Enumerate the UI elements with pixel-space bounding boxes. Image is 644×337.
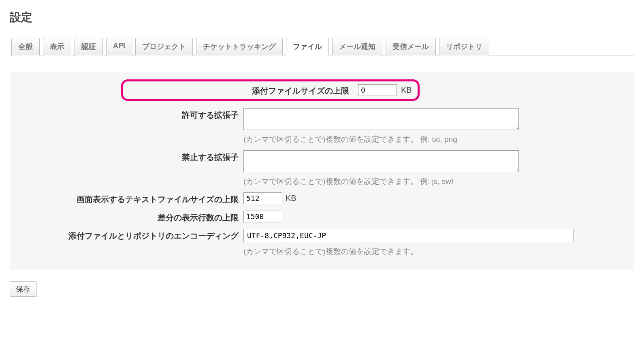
settings-form: 添付ファイルサイズの上限 KB 許可する拡張子 (カンマで区切ることで)複数の値…: [10, 72, 634, 270]
tab-api[interactable]: API: [106, 38, 132, 55]
denied-ext-hint: (カンマで区切ることで)複数の値を設定できます。 例: js, swf: [243, 176, 627, 187]
tab-display[interactable]: 表示: [43, 38, 71, 55]
max-diff-input[interactable]: [243, 211, 282, 222]
allowed-ext-input[interactable]: [243, 108, 519, 130]
page-title: 設定: [10, 10, 634, 25]
max-attachment-highlight: 添付ファイルサイズの上限 KB: [121, 79, 420, 101]
max-attachment-label: 添付ファイルサイズの上限: [127, 84, 354, 96]
max-attachment-unit: KB: [401, 85, 412, 95]
tab-incoming[interactable]: 受信メール: [386, 38, 436, 55]
max-inline-unit: KB: [286, 194, 296, 203]
tab-repository[interactable]: リポジトリ: [439, 38, 489, 55]
tabs: 全般 表示 認証 API プロジェクト チケットトラッキング ファイル メール通…: [10, 37, 634, 55]
denied-ext-input[interactable]: [243, 150, 519, 172]
tab-projects[interactable]: プロジェクト: [135, 38, 193, 55]
allowed-ext-hint: (カンマで区切ることで)複数の値を設定できます。 例: txt, png: [243, 134, 627, 145]
encodings-input[interactable]: [243, 229, 574, 242]
tab-files[interactable]: ファイル: [286, 38, 329, 55]
denied-ext-label: 禁止する拡張子: [17, 150, 243, 163]
tab-notifications[interactable]: メール通知: [332, 38, 382, 55]
max-inline-input[interactable]: [243, 192, 282, 204]
tab-auth[interactable]: 認証: [75, 38, 103, 55]
max-diff-label: 差分の表示行数の上限: [17, 211, 243, 223]
encodings-hint: (カンマで区切ることで)複数の値を設定できます。: [243, 246, 627, 257]
encodings-label: 添付ファイルとリポジトリのエンコーディング: [17, 229, 243, 241]
max-attachment-input[interactable]: [358, 84, 397, 96]
allowed-ext-label: 許可する拡張子: [17, 108, 243, 121]
tab-general[interactable]: 全般: [11, 38, 40, 55]
tab-issues[interactable]: チケットトラッキング: [196, 38, 283, 55]
save-button[interactable]: 保存: [10, 282, 36, 297]
max-inline-label: 画面表示するテキストファイルサイズの上限: [17, 192, 243, 205]
